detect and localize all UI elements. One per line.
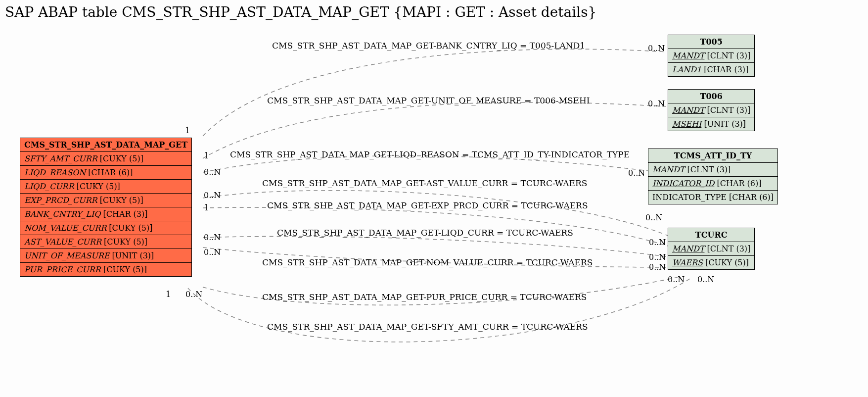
cardinality-label: 1 [204,151,209,160]
relationship-label: CMS_STR_SHP_AST_DATA_MAP_GET-UNIT_OF_MEA… [267,96,590,105]
entity-t006: T006 MANDT [CLNT (3)] MSEHI [UNIT (3)] [668,89,755,131]
field: MANDT [CLNT (3)] [668,242,755,256]
entity-tcms-header: TCMS_ATT_ID_TY [648,149,778,163]
relationship-label: CMS_STR_SHP_AST_DATA_MAP_GET-PUR_PRICE_C… [262,292,587,302]
cardinality-label: 0..N [645,213,662,222]
field: MANDT [CLNT (3)] [668,49,755,63]
entity-tcms-att-id-ty: TCMS_ATT_ID_TY MANDT [CLNT (3)] INDICATO… [648,149,778,204]
cardinality-label: 0..N [204,233,221,242]
cardinality-label: 1 [166,290,171,299]
field: LAND1 [CHAR (3)] [668,63,755,77]
field: LIQD_CURR [CUKY (5)] [20,180,192,194]
cardinality-label: 0..N [204,248,221,257]
cardinality-label: 0..N [649,238,666,247]
cardinality-label: 1 [185,126,190,135]
relationship-label: CMS_STR_SHP_AST_DATA_MAP_GET-BANK_CNTRY_… [272,41,585,50]
cardinality-label: 0..N [649,252,666,262]
field: INDICATOR_ID [CHAR (6)] [648,177,778,191]
cardinality-label: 0..N [204,167,221,177]
cardinality-label: 0..N [185,290,202,299]
cardinality-label: 0..N [648,44,665,53]
entity-t005: T005 MANDT [CLNT (3)] LAND1 [CHAR (3)] [668,35,755,77]
entity-tcurc-header: TCURC [668,228,755,242]
field: WAERS [CUKY (5)] [668,256,755,270]
entity-main: CMS_STR_SHP_AST_DATA_MAP_GET SFTY_AMT_CU… [20,138,192,277]
entity-main-header: CMS_STR_SHP_AST_DATA_MAP_GET [20,138,192,152]
cardinality-label: 0..N [697,275,714,284]
page-title: SAP ABAP table CMS_STR_SHP_AST_DATA_MAP_… [5,4,596,20]
cardinality-label: 1 [204,203,209,212]
cardinality-label: 0..N [648,99,665,108]
cardinality-label: 0..N [628,168,645,178]
relationship-label: CMS_STR_SHP_AST_DATA_MAP_GET-LIQD_CURR =… [277,228,573,238]
field: BANK_CNTRY_LIQ [CHAR (3)] [20,207,192,221]
field: EXP_PRCD_CURR [CUKY (5)] [20,194,192,207]
field: NOM_VALUE_CURR [CUKY (5)] [20,221,192,235]
field: UNIT_OF_MEASURE [UNIT (3)] [20,249,192,263]
field: PUR_PRICE_CURR [CUKY (5)] [20,263,192,277]
entity-tcurc: TCURC MANDT [CLNT (3)] WAERS [CUKY (5)] [668,228,755,270]
field: INDICATOR_TYPE [CHAR (6)] [648,191,778,204]
entity-t005-header: T005 [668,35,755,49]
cardinality-label: 0..N [668,275,685,284]
relationship-label: CMS_STR_SHP_AST_DATA_MAP_GET-EXP_PRCD_CU… [267,200,588,210]
relationship-label: CMS_STR_SHP_AST_DATA_MAP_GET-LIQD_REASON… [230,149,630,159]
field: MSEHI [UNIT (3)] [668,117,755,131]
cardinality-label: 0..N [204,191,221,200]
field: AST_VALUE_CURR [CUKY (5)] [20,235,192,249]
relationship-label: CMS_STR_SHP_AST_DATA_MAP_GET-NOM_VALUE_C… [262,257,593,267]
field: LIQD_REASON [CHAR (6)] [20,166,192,180]
relationship-label: CMS_STR_SHP_AST_DATA_MAP_GET-AST_VALUE_C… [262,178,587,188]
field: MANDT [CLNT (3)] [648,163,778,177]
field: SFTY_AMT_CURR [CUKY (5)] [20,152,192,166]
cardinality-label: 0..N [649,262,666,272]
relationship-label: CMS_STR_SHP_AST_DATA_MAP_GET-SFTY_AMT_CU… [267,322,588,332]
entity-t006-header: T006 [668,90,755,103]
field: MANDT [CLNT (3)] [668,103,755,117]
